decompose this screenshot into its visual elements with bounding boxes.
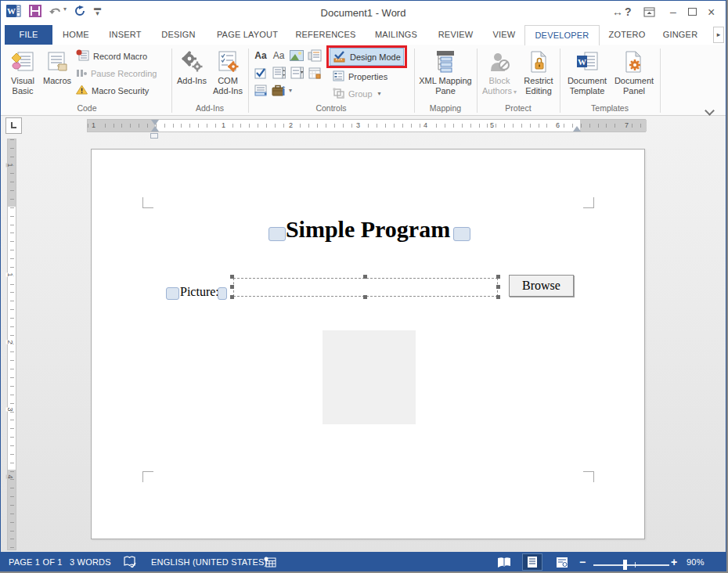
ruler-number: 1 <box>90 121 97 130</box>
macro-security-icon <box>76 85 88 96</box>
fullscreen-icon[interactable]: ↔ <box>612 5 623 18</box>
tab-mailings[interactable]: MAILINGS <box>366 25 427 45</box>
document-title[interactable]: Simple Program <box>92 216 644 243</box>
selection-handle[interactable] <box>230 285 234 289</box>
repeating-section-icon <box>254 85 268 96</box>
zoom-slider-thumb[interactable] <box>623 560 627 570</box>
selection-handle[interactable] <box>496 275 500 279</box>
minimize-button[interactable]: – <box>668 5 679 18</box>
block-authors-button[interactable]: Block Authors▾ <box>481 48 518 112</box>
picture-icon <box>290 50 304 61</box>
selection-handle[interactable] <box>496 285 500 289</box>
selection-handle[interactable] <box>363 275 367 279</box>
dropdown-list-content-control-button[interactable] <box>289 66 305 80</box>
document-page[interactable]: Simple Program Picture: Browse <box>91 149 645 539</box>
selection-handle[interactable] <box>496 295 500 299</box>
tab-design[interactable]: DESIGN <box>154 25 203 45</box>
rich-text-content-control-button[interactable]: Aa <box>253 49 268 63</box>
left-indent-marker[interactable] <box>150 133 158 139</box>
tab-file[interactable]: FILE <box>5 25 52 45</box>
page-indicator[interactable]: PAGE 1 OF 1 <box>9 557 63 567</box>
document-panel-button[interactable]: Document Panel <box>612 48 656 112</box>
maximize-button[interactable] <box>688 8 697 16</box>
record-macro-button[interactable]: Record Macro <box>76 49 147 63</box>
ribbon-display-options-icon[interactable] <box>643 7 655 20</box>
tab-home[interactable]: HOME <box>56 25 96 45</box>
group-button[interactable]: Group ▾ <box>333 86 381 101</box>
document-template-button[interactable]: W Document Template <box>564 48 610 112</box>
tab-developer[interactable]: DEVELOPER <box>524 25 600 45</box>
left-tab-icon <box>11 122 16 128</box>
checkbox-content-control-button[interactable] <box>253 66 268 80</box>
web-layout-button[interactable] <box>552 553 572 571</box>
group-label-controls: Controls <box>250 103 413 114</box>
building-block-gallery-control-button[interactable] <box>307 49 323 63</box>
group-label-templates: Templates <box>561 103 658 114</box>
group-label-mapping: Mapping <box>416 103 475 114</box>
tab-insert[interactable]: INSERT <box>103 25 148 45</box>
tab-review[interactable]: REVIEW <box>430 25 481 45</box>
macro-recording-icon[interactable] <box>264 557 276 569</box>
zoom-out-button[interactable]: − <box>579 556 586 568</box>
tab-zotero[interactable]: ZOTERO <box>603 25 651 45</box>
date-picker-content-control-button[interactable] <box>307 66 323 80</box>
design-mode-button[interactable]: Design Mode <box>330 48 404 66</box>
ruler-ticks <box>88 120 645 132</box>
margin-crop-mark <box>142 197 153 208</box>
visual-basic-button[interactable]: Visual Basic <box>5 48 40 112</box>
ruler-number: 2 <box>287 121 294 130</box>
word-count[interactable]: 3 WORDS <box>70 557 111 567</box>
zoom-level[interactable]: 90% <box>687 557 705 567</box>
restrict-editing-button[interactable]: Restrict Editing <box>520 48 557 112</box>
image-placeholder[interactable] <box>323 330 416 424</box>
combo-box-content-control-button[interactable] <box>271 66 287 80</box>
xml-mapping-pane-button[interactable]: XML Mapping Pane <box>417 48 474 112</box>
vertical-ruler[interactable]: 1 1 2 3 4 <box>7 139 16 550</box>
legacy-tools-icon <box>272 85 286 96</box>
legacy-tools-dropdown-icon[interactable]: ▾ <box>289 87 292 94</box>
pause-recording-button[interactable]: Pause Recording <box>76 66 157 81</box>
right-indent-marker[interactable] <box>573 126 581 132</box>
com-add-ins-button[interactable]: COM Add-Ins <box>211 48 245 112</box>
first-line-indent-marker[interactable] <box>151 120 159 125</box>
horizontal-ruler[interactable]: 1 1 2 3 4 5 6 7 <box>87 119 646 132</box>
more-tabs-arrow-icon[interactable]: ▸ <box>713 27 724 43</box>
zoom-in-button[interactable]: + <box>671 556 677 568</box>
zoom-slider-track[interactable] <box>593 564 669 566</box>
selection-handle[interactable] <box>363 295 367 299</box>
content-control-tag-title-right[interactable] <box>453 227 470 241</box>
tab-view[interactable]: VIEW <box>485 25 524 45</box>
tab-references[interactable]: REFERENCES <box>290 25 361 45</box>
tab-page-layout[interactable]: PAGE LAYOUT <box>209 25 286 45</box>
proofing-status-icon[interactable] <box>123 556 136 569</box>
add-ins-button[interactable]: Add-Ins <box>175 48 209 112</box>
ruler-number: 3 <box>6 407 14 411</box>
date-picker-icon <box>308 67 322 79</box>
picture-path-textbox[interactable] <box>233 278 498 297</box>
properties-button[interactable]: Properties <box>333 69 387 84</box>
selection-handle[interactable] <box>230 295 234 299</box>
close-button[interactable]: × <box>708 5 715 20</box>
add-ins-icon <box>175 48 209 76</box>
picture-content-control-button[interactable] <box>289 49 305 63</box>
content-control-tag-picture-left[interactable] <box>166 287 179 300</box>
language-indicator[interactable]: ENGLISH (UNITED STATES) <box>151 557 267 567</box>
svg-text:W: W <box>578 57 586 67</box>
read-mode-button[interactable] <box>494 553 514 571</box>
tab-ginger[interactable]: GINGER <box>655 25 705 45</box>
macros-icon <box>41 48 73 76</box>
repeating-section-content-control-button[interactable] <box>253 83 268 97</box>
combo-box-icon <box>272 67 286 79</box>
group-label-protect: Protect <box>478 103 558 114</box>
content-control-tag-picture-right[interactable] <box>218 287 227 300</box>
legacy-tools-button[interactable] <box>271 83 287 97</box>
plain-text-content-control-button[interactable]: Aa <box>271 49 287 63</box>
browse-button[interactable]: Browse <box>509 275 574 297</box>
macro-security-button[interactable]: Macro Security <box>76 83 149 98</box>
tab-stop-selector[interactable] <box>5 117 22 134</box>
help-icon[interactable]: ? <box>625 5 632 18</box>
print-layout-button[interactable] <box>522 553 542 571</box>
hanging-indent-marker[interactable] <box>151 126 159 132</box>
macros-button[interactable]: Macros <box>41 48 73 112</box>
selection-handle[interactable] <box>230 275 234 279</box>
